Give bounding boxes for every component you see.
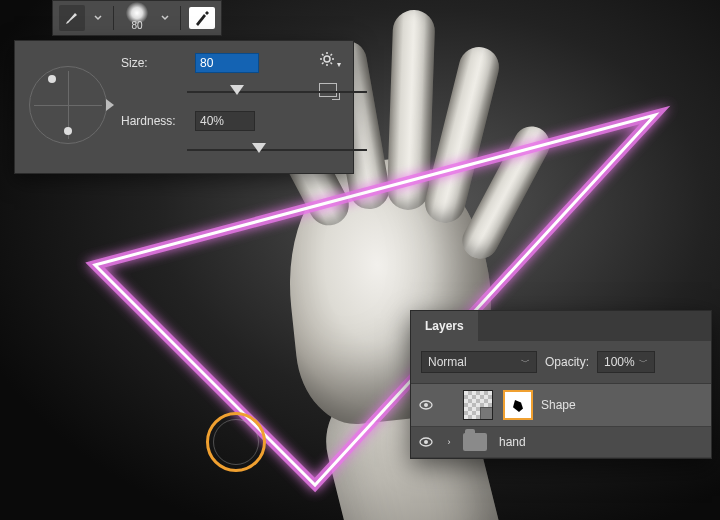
layer-row-shape[interactable]: Shape bbox=[411, 384, 711, 427]
brush-hardness-slider[interactable] bbox=[187, 143, 367, 157]
size-label: Size: bbox=[121, 56, 187, 70]
svg-point-2 bbox=[324, 56, 330, 62]
svg-point-12 bbox=[424, 403, 428, 407]
brush-size-readout: 80 bbox=[131, 21, 142, 30]
divider bbox=[180, 6, 181, 30]
svg-line-9 bbox=[322, 63, 324, 65]
expand-group-chevron-icon[interactable]: › bbox=[443, 437, 455, 447]
divider bbox=[113, 6, 114, 30]
layer-mask-thumbnail[interactable] bbox=[503, 390, 533, 420]
layer-row-hand[interactable]: › hand bbox=[411, 427, 711, 458]
hardness-label: Hardness: bbox=[121, 114, 187, 128]
svg-line-10 bbox=[331, 54, 333, 56]
opacity-dropdown[interactable]: 100%﹀ bbox=[597, 351, 655, 373]
brush-cursor-highlight bbox=[206, 412, 266, 472]
brush-preset-chevron-icon[interactable] bbox=[158, 5, 172, 31]
layer-name[interactable]: Shape bbox=[541, 398, 703, 412]
svg-line-7 bbox=[322, 54, 324, 56]
visibility-eye-icon[interactable] bbox=[419, 435, 435, 449]
tool-picker-chevron-icon[interactable] bbox=[91, 5, 105, 31]
svg-point-14 bbox=[424, 440, 428, 444]
visibility-eye-icon[interactable] bbox=[419, 398, 435, 412]
airbrush-toggle[interactable] bbox=[189, 7, 215, 29]
brush-size-slider[interactable] bbox=[187, 85, 367, 99]
brush-tool-icon[interactable] bbox=[59, 5, 85, 31]
opacity-label: Opacity: bbox=[545, 355, 589, 369]
brush-settings-menu[interactable]: ▾ bbox=[319, 51, 341, 70]
folder-icon bbox=[463, 433, 487, 451]
brush-angle-widget[interactable] bbox=[29, 66, 107, 144]
chevron-down-icon: ﹀ bbox=[639, 356, 648, 369]
brush-hardness-input[interactable]: 40% bbox=[195, 111, 255, 131]
brush-preset-picker[interactable]: 80 bbox=[122, 3, 152, 33]
chevron-down-icon: ﹀ bbox=[521, 356, 530, 369]
svg-line-8 bbox=[331, 63, 333, 65]
brush-size-input[interactable] bbox=[195, 53, 259, 73]
gear-chevron-icon: ▾ bbox=[337, 60, 341, 69]
layers-tab[interactable]: Layers bbox=[411, 311, 478, 341]
layer-thumbnail[interactable] bbox=[463, 390, 493, 420]
angle-arrow-icon bbox=[106, 99, 114, 111]
layer-name[interactable]: hand bbox=[499, 435, 703, 449]
blend-mode-dropdown[interactable]: Normal﹀ bbox=[421, 351, 537, 373]
brush-settings-popup: ▾ Size: Hardness: 40% bbox=[14, 40, 354, 174]
layers-panel: Layers Normal﹀ Opacity: 100%﹀ Shape bbox=[410, 310, 712, 459]
tool-options-bar: 80 bbox=[52, 0, 222, 36]
